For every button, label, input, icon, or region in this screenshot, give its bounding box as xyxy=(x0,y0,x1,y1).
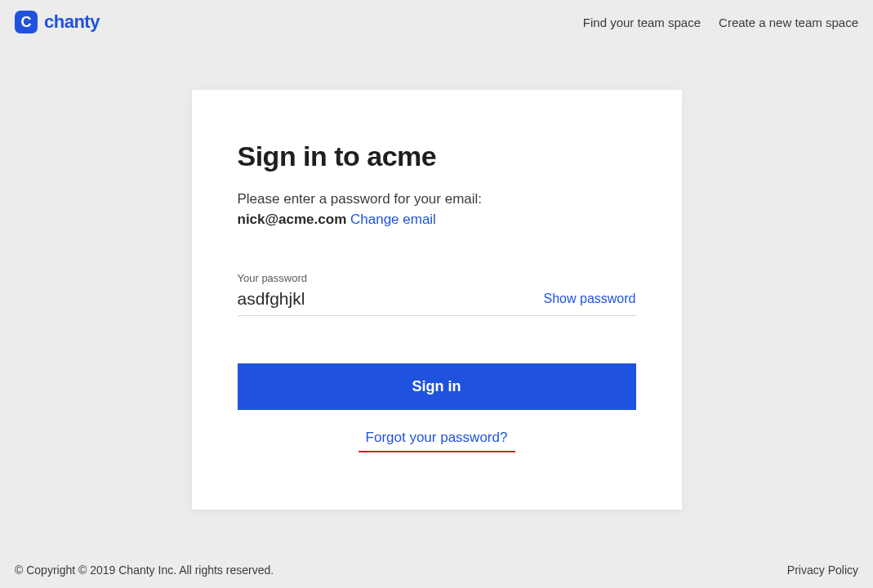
find-team-link[interactable]: Find your team space xyxy=(583,16,701,29)
brand-logo-icon: C xyxy=(15,11,38,33)
page-title: Sign in to acme xyxy=(238,140,636,172)
signin-button[interactable]: Sign in xyxy=(238,363,636,410)
forgot-password-link[interactable]: Forgot your password? xyxy=(366,430,508,449)
email-value: nick@acme.com xyxy=(238,212,347,227)
email-line: nick@acme.com Change email xyxy=(238,212,636,228)
show-password-toggle[interactable]: Show password xyxy=(534,292,636,306)
brand-name: chanty xyxy=(44,11,100,33)
forgot-password-wrap: Forgot your password? xyxy=(238,430,636,452)
password-row: Show password xyxy=(238,287,636,316)
create-team-link[interactable]: Create a new team space xyxy=(719,16,858,29)
password-input[interactable] xyxy=(238,287,534,310)
annotation-underline-icon xyxy=(359,451,515,452)
password-field-wrap: Your password Show password xyxy=(238,272,636,316)
top-nav: Find your team space Create a new team s… xyxy=(583,16,858,29)
signin-card: Sign in to acme Please enter a password … xyxy=(192,90,682,510)
instruction-text: Please enter a password for your email: xyxy=(238,189,636,210)
top-bar: C chanty Find your team space Create a n… xyxy=(0,0,873,36)
change-email-link[interactable]: Change email xyxy=(350,212,436,227)
privacy-policy-link[interactable]: Privacy Policy xyxy=(787,564,858,577)
copyright-text: © Copyright © 2019 Chanty Inc. All right… xyxy=(15,564,274,577)
brand-logo-letter: C xyxy=(21,15,32,29)
footer: © Copyright © 2019 Chanty Inc. All right… xyxy=(0,552,873,588)
brand-logo[interactable]: C chanty xyxy=(15,11,100,33)
password-label: Your password xyxy=(238,272,636,284)
